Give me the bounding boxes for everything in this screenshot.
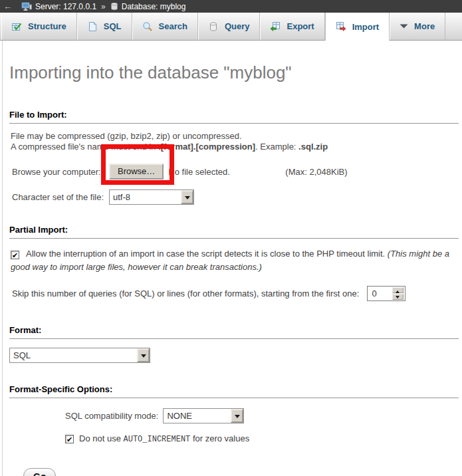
compression-line: File may be compressed (gzip, bzip2, zip… bbox=[11, 131, 242, 141]
format-specific-options: SQL compatibility mode: NONE ✔ Do not us… bbox=[65, 408, 459, 444]
tab-sql-label: SQL bbox=[104, 21, 122, 31]
format-selected-value: SQL bbox=[10, 348, 137, 362]
dropdown-arrow-icon[interactable] bbox=[231, 409, 243, 423]
section-heading-format: Format: bbox=[9, 325, 459, 339]
skip-queries-stepper[interactable]: 0 bbox=[367, 286, 405, 301]
section-heading-file-to-import: File to Import: bbox=[9, 110, 459, 124]
charset-selected-value: utf-8 bbox=[110, 190, 181, 204]
charset-select[interactable]: utf-8 bbox=[109, 189, 194, 205]
breadcrumb-server[interactable]: Server: 127.0.0.1 bbox=[35, 2, 96, 11]
import-icon bbox=[336, 21, 346, 32]
server-breadcrumb-bar: ← Server: 127.0.0.1 » Database: myblog bbox=[0, 0, 462, 13]
tab-import[interactable]: Import bbox=[325, 13, 390, 41]
search-icon bbox=[142, 21, 153, 32]
tab-export-label: Export bbox=[287, 21, 314, 31]
section-heading-partial-import: Partial Import: bbox=[9, 225, 459, 239]
skip-queries-label: Skip this number of queries (for SQL) or… bbox=[12, 289, 359, 298]
structure-icon bbox=[11, 21, 22, 32]
sql-compatibility-label: SQL compatibility mode: bbox=[65, 411, 158, 421]
breadcrumb-separator: » bbox=[101, 2, 106, 11]
allow-interruption-row: ✔Allow the interruption of an import in … bbox=[11, 247, 453, 274]
zero-prefix: Do not use bbox=[79, 433, 124, 443]
back-arrow-icon[interactable]: ← bbox=[3, 0, 18, 13]
tab-search-label: Search bbox=[159, 21, 187, 31]
section-heading-format-specific: Format-Specific Options: bbox=[9, 384, 459, 398]
go-button[interactable]: Go bbox=[23, 468, 56, 476]
name-rule-prefix: A compressed file's name must end in bbox=[11, 142, 158, 152]
tab-more-label: More bbox=[414, 21, 435, 31]
tab-export[interactable]: Export bbox=[260, 13, 324, 40]
page-title: Importing into the database "myblog" bbox=[9, 62, 459, 82]
charset-label: Character set of the file: bbox=[12, 192, 109, 202]
tab-structure[interactable]: Structure bbox=[1, 13, 77, 40]
zero-suffix: for zero values bbox=[190, 433, 249, 443]
tab-query[interactable]: Query bbox=[198, 13, 261, 40]
query-icon bbox=[208, 21, 219, 32]
allow-interruption-checkbox[interactable]: ✔ bbox=[11, 251, 19, 259]
breadcrumb-database[interactable]: Database: myblog bbox=[122, 2, 186, 11]
skip-queries-row: Skip this number of queries (for SQL) or… bbox=[12, 286, 459, 301]
zero-values-row: ✔ Do not use AUTO_INCREMENT for zero val… bbox=[65, 433, 459, 444]
auto-increment-checkbox[interactable]: ✔ bbox=[65, 435, 74, 443]
dropdown-arrow-icon[interactable] bbox=[181, 190, 193, 204]
name-rule-pattern: .[format].[compression] bbox=[158, 142, 255, 152]
format-select[interactable]: SQL bbox=[9, 348, 150, 363]
max-upload-size: (Max: 2,048KiB) bbox=[285, 167, 347, 177]
tab-more[interactable]: More bbox=[390, 13, 445, 40]
sql-compatibility-select[interactable]: NONE bbox=[163, 408, 244, 423]
stepper-down-button[interactable] bbox=[392, 294, 404, 300]
charset-row: Character set of the file: utf-8 bbox=[12, 189, 459, 205]
auto-increment-label: Do not use AUTO_INCREMENT for zero value… bbox=[79, 433, 249, 444]
format-row: SQL bbox=[9, 348, 459, 363]
browse-button[interactable]: Browse… bbox=[109, 164, 164, 179]
sql-compatibility-value: NONE bbox=[164, 409, 231, 423]
tab-import-label: Import bbox=[352, 22, 379, 32]
stepper-up-button[interactable] bbox=[392, 287, 404, 293]
tab-query-label: Query bbox=[225, 21, 250, 31]
tab-sql[interactable]: SQL bbox=[77, 13, 132, 40]
sql-compatibility-row: SQL compatibility mode: NONE bbox=[65, 408, 459, 423]
allow-interruption-label: Allow the interruption of an import in c… bbox=[26, 249, 388, 259]
tab-structure-label: Structure bbox=[28, 21, 66, 31]
sql-icon bbox=[87, 21, 98, 32]
zero-code: AUTO_INCREMENT bbox=[124, 435, 191, 444]
no-file-selected-text: No file selected. bbox=[168, 167, 285, 177]
browse-row: Browse your computer: Browse… No file se… bbox=[12, 164, 459, 179]
tab-bar: Structure SQL Search Query bbox=[0, 13, 462, 41]
browse-label: Browse your computer: bbox=[12, 167, 109, 177]
export-icon bbox=[270, 21, 281, 32]
tab-search[interactable]: Search bbox=[132, 13, 198, 40]
name-rule-example: .sql.zip bbox=[298, 142, 328, 152]
compression-info: File may be compressed (gzip, bzip2, zip… bbox=[11, 131, 459, 152]
chevron-down-icon bbox=[400, 24, 408, 29]
dropdown-arrow-icon[interactable] bbox=[137, 348, 150, 362]
database-icon bbox=[110, 2, 118, 11]
server-icon bbox=[21, 2, 32, 11]
name-rule-mid: . Example: bbox=[255, 142, 298, 152]
import-page: Importing into the database "myblog" Fil… bbox=[0, 62, 462, 476]
skip-queries-value: 0 bbox=[368, 289, 392, 298]
